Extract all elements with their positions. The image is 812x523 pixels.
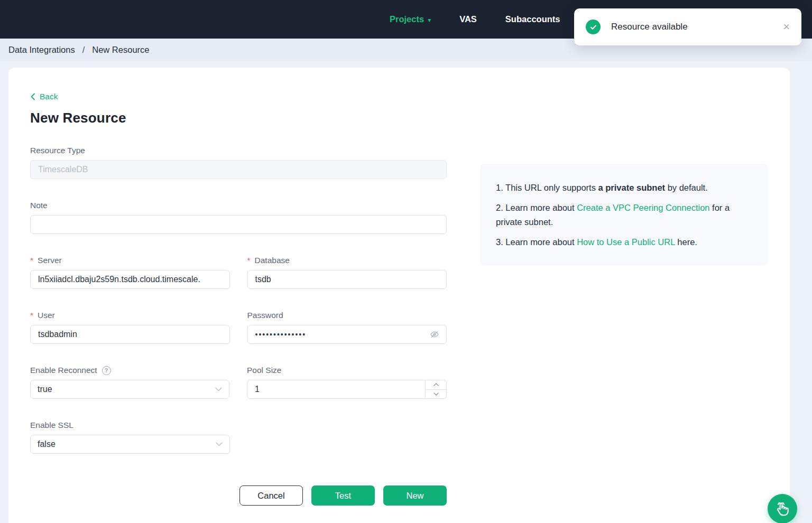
info-line-3: 3. Learn more about How to Use a Public … bbox=[496, 235, 752, 249]
test-button[interactable]: Test bbox=[311, 485, 375, 506]
password-label: Password bbox=[247, 310, 447, 321]
enable-reconnect-label: Enable Reconnect ? bbox=[30, 365, 229, 376]
hand-tap-icon bbox=[774, 501, 790, 517]
chevron-left-icon bbox=[30, 93, 35, 100]
required-mark: * bbox=[30, 311, 33, 320]
enable-ssl-label: Enable SSL bbox=[30, 420, 230, 431]
nav-item-label: VAS bbox=[459, 14, 477, 24]
breadcrumb-data-integrations[interactable]: Data Integrations bbox=[8, 45, 75, 55]
new-button[interactable]: New bbox=[383, 485, 447, 506]
floating-action-button[interactable] bbox=[768, 494, 797, 523]
database-input[interactable] bbox=[247, 270, 447, 289]
form-actions: Cancel Test New bbox=[30, 485, 447, 506]
cancel-button[interactable]: Cancel bbox=[239, 485, 303, 506]
nav-items: Projects ▾ VAS Subaccounts bbox=[390, 0, 560, 39]
breadcrumb-new-resource: New Resource bbox=[92, 45, 149, 55]
nav-item-subaccounts[interactable]: Subaccounts bbox=[505, 14, 560, 24]
server-label: * Server bbox=[30, 255, 230, 266]
nav-item-vas[interactable]: VAS bbox=[459, 14, 477, 24]
resource-type-label: Resource Type bbox=[30, 145, 447, 156]
chevron-down-icon bbox=[216, 442, 223, 446]
stepper-up-button[interactable] bbox=[426, 380, 447, 390]
nav-item-label: Subaccounts bbox=[505, 14, 560, 24]
success-check-icon bbox=[586, 20, 601, 34]
stepper-down-button[interactable] bbox=[426, 390, 447, 399]
chevron-down-icon bbox=[215, 387, 222, 391]
user-label: * User bbox=[30, 310, 230, 321]
password-input[interactable] bbox=[247, 325, 447, 344]
toast-message: Resource available bbox=[611, 22, 783, 32]
enable-ssl-value: false bbox=[38, 440, 56, 449]
caret-down-icon: ▾ bbox=[428, 17, 431, 23]
required-mark: * bbox=[30, 256, 33, 265]
pool-size-stepper bbox=[247, 380, 447, 399]
public-url-link[interactable]: How to Use a Public URL bbox=[577, 237, 675, 247]
pool-size-label: Pool Size bbox=[247, 365, 447, 376]
vpc-peering-link[interactable]: Create a VPC Peering Connection bbox=[577, 203, 709, 212]
enable-reconnect-select[interactable]: true bbox=[30, 380, 229, 399]
info-line-2: 2. Learn more about Create a VPC Peering… bbox=[496, 201, 752, 229]
resource-type-input bbox=[30, 160, 447, 179]
nav-item-projects[interactable]: Projects ▾ bbox=[390, 14, 431, 24]
back-label: Back bbox=[40, 92, 58, 101]
required-mark: * bbox=[247, 256, 251, 265]
close-icon[interactable]: × bbox=[783, 21, 790, 33]
server-input[interactable] bbox=[30, 270, 230, 289]
info-panel: 1. This URL only supports a private subn… bbox=[480, 164, 768, 265]
nav-item-label: Projects bbox=[390, 14, 424, 24]
chevron-up-icon bbox=[433, 383, 439, 386]
help-icon[interactable]: ? bbox=[102, 366, 111, 375]
chevron-down-icon bbox=[433, 393, 439, 396]
eye-invisible-icon[interactable] bbox=[429, 329, 440, 342]
toast-notification: Resource available × bbox=[574, 8, 801, 45]
page-title: New Resource bbox=[30, 110, 790, 126]
note-input[interactable] bbox=[30, 215, 447, 234]
info-line-1: 1. This URL only supports a private subn… bbox=[496, 181, 752, 195]
breadcrumb-separator: / bbox=[82, 45, 85, 55]
back-link[interactable]: Back bbox=[30, 92, 58, 101]
pool-size-input[interactable] bbox=[247, 380, 426, 399]
main-card: Back New Resource Resource Type Note bbox=[8, 68, 790, 523]
note-label: Note bbox=[30, 200, 447, 211]
enable-ssl-select[interactable]: false bbox=[30, 435, 230, 454]
resource-form: Resource Type Note * Server bbox=[30, 145, 447, 506]
user-input[interactable] bbox=[30, 325, 230, 344]
enable-reconnect-value: true bbox=[38, 385, 52, 394]
database-label: * Database bbox=[247, 255, 447, 266]
